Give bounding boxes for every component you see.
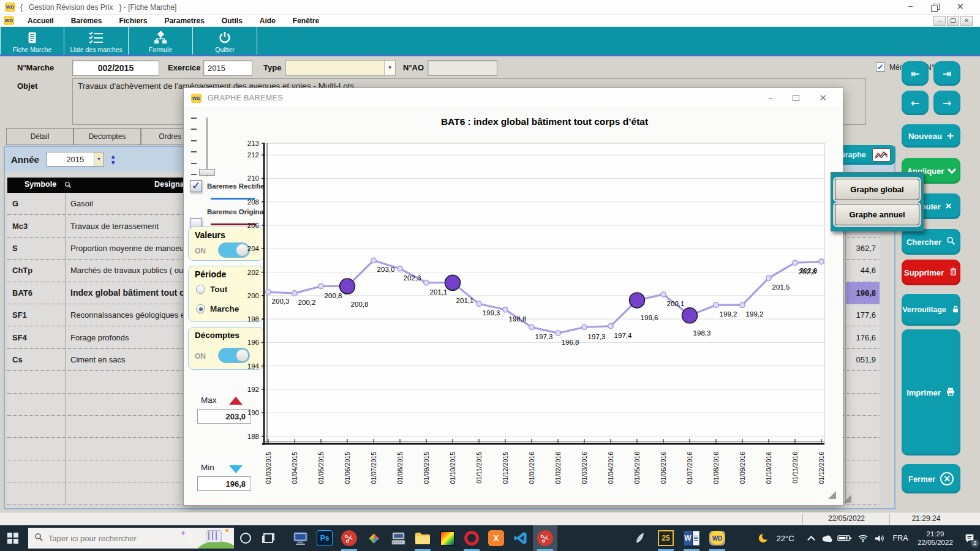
svg-text:197,3: 197,3: [535, 333, 553, 340]
annee-dropdown[interactable]: 2015 ▼: [47, 152, 104, 167]
tray-expand-icon[interactable]: [804, 525, 818, 551]
type-dropdown-arrow-icon[interactable]: ▼: [384, 61, 395, 75]
fermer-button[interactable]: Fermer✕: [902, 464, 960, 493]
menu-parametres[interactable]: Parametres: [156, 15, 213, 27]
menu-item-graphe-annuel[interactable]: Graphe annuel: [835, 204, 919, 225]
previous-record-button[interactable]: ←: [902, 91, 929, 115]
menubar: AccueilBarèmesFichiersParametresOutilsAi…: [0, 15, 980, 27]
cortana-icon[interactable]: [240, 533, 251, 544]
type-dropdown[interactable]: ▼: [285, 60, 396, 76]
n-marche-field[interactable]: 002/2015: [72, 60, 159, 76]
snipping-tool-active-icon[interactable]: [533, 525, 557, 551]
table-resize-grip[interactable]: [843, 495, 851, 503]
tab-decomptes[interactable]: Decomptes: [74, 128, 141, 145]
file-explorer-icon[interactable]: [410, 525, 435, 551]
exercice-field[interactable]: 2015: [203, 60, 252, 76]
symbole-header[interactable]: Symbole: [24, 180, 56, 189]
mdi-close-button[interactable]: ✕: [960, 16, 973, 26]
toolbar-quitter-button[interactable]: Quitter: [193, 27, 257, 54]
snipping-tool-icon[interactable]: [337, 525, 361, 551]
clock-time: 21:29: [927, 530, 944, 538]
cell-value: [845, 438, 880, 459]
toolbar-liste-des-marches-button[interactable]: Liste des marches: [64, 27, 129, 54]
toolbar-formule-button[interactable]: Formule: [129, 27, 193, 54]
remote-desktop-icon[interactable]: [288, 525, 312, 551]
pen-tool-icon[interactable]: [628, 525, 652, 551]
dialog-resize-grip[interactable]: [828, 491, 836, 499]
vscode-icon[interactable]: [508, 525, 533, 551]
restore-button[interactable]: [931, 4, 938, 13]
memoriser-checkbox[interactable]: ✓: [876, 62, 885, 72]
svg-text:01/03/2016: 01/03/2016: [581, 452, 588, 484]
svg-text:190: 190: [247, 409, 259, 416]
onedrive-cloud-icon[interactable]: [820, 525, 835, 551]
word-icon[interactable]: W: [679, 525, 704, 551]
last-record-button[interactable]: ⇥: [933, 61, 960, 86]
annee-dropdown-arrow-icon[interactable]: ▼: [94, 152, 104, 166]
svg-text:01/03/2015: 01/03/2015: [265, 452, 272, 484]
dev-diamond-icon[interactable]: [361, 525, 386, 551]
minimize-button[interactable]: −: [908, 1, 913, 13]
search-icon[interactable]: [64, 181, 72, 190]
next-record-button[interactable]: →: [933, 91, 960, 115]
supprimer-button[interactable]: Supprimer: [902, 260, 960, 285]
cell-value: [845, 416, 880, 437]
svg-text:01/07/2016: 01/07/2016: [686, 452, 693, 484]
notification-icon[interactable]: 2: [960, 525, 979, 551]
menu-outils[interactable]: Outils: [213, 15, 251, 27]
taskbar-search[interactable]: ✦: [28, 528, 234, 549]
cell-value: [845, 460, 880, 482]
first-record-button[interactable]: ⇤: [902, 61, 929, 86]
windev-icon[interactable]: WD: [705, 525, 729, 551]
menu-fichiers[interactable]: Fichiers: [110, 15, 156, 27]
svg-text:202,3: 202,3: [404, 274, 421, 282]
document-icon: [26, 30, 39, 46]
cell-symbole: SF4: [7, 326, 66, 348]
menu-aide[interactable]: Aide: [251, 15, 284, 27]
imprimer-button[interactable]: Imprimer: [902, 329, 960, 455]
clock-date: 22/05/2022: [918, 538, 953, 547]
toolbar-fiche-marche-button[interactable]: Fiche Marche: [0, 27, 64, 54]
wifi-icon[interactable]: [855, 525, 871, 551]
menu-accueil[interactable]: Accueil: [19, 15, 62, 27]
screenpresso-icon[interactable]: 25: [654, 525, 678, 551]
weather-moon-icon[interactable]: [755, 525, 772, 551]
volume-icon[interactable]: [871, 525, 888, 551]
cell-symbole: G: [7, 193, 66, 214]
chevron-down-icon: [948, 165, 956, 174]
tab-detail[interactable]: Détail: [6, 128, 74, 145]
battery-icon[interactable]: [835, 525, 854, 551]
clock[interactable]: 21:29 22/05/2022: [913, 525, 958, 551]
system-config-icon[interactable]: [386, 525, 410, 551]
start-button[interactable]: [7, 533, 20, 544]
annee-spinner[interactable]: ▲ ▼: [110, 154, 116, 165]
mdi-restore-button[interactable]: [947, 16, 959, 26]
svg-text:198,8: 198,8: [509, 315, 527, 323]
photoshop-icon[interactable]: Ps: [312, 525, 337, 551]
status-date: 22/05/2022: [810, 514, 883, 523]
opera-icon[interactable]: [459, 525, 484, 551]
mdi-minimize-button[interactable]: –: [933, 16, 946, 26]
nouveau-button[interactable]: Nouveau+: [902, 124, 960, 148]
chercher-button[interactable]: Chercher: [902, 229, 960, 255]
language-indicator[interactable]: FRA: [889, 525, 911, 551]
menu-baremes[interactable]: Barèmes: [62, 15, 111, 27]
menu-fenetre[interactable]: Fenêtre: [284, 15, 328, 27]
n-ao-field[interactable]: [428, 60, 497, 76]
xampp-icon[interactable]: X: [484, 525, 508, 551]
verrouillage-button[interactable]: Verrouillage: [902, 294, 960, 326]
task-view-icon[interactable]: [263, 533, 273, 543]
close-button[interactable]: ✕: [956, 1, 964, 13]
search-input[interactable]: [48, 534, 171, 543]
slider-tick: [191, 129, 197, 130]
cell-symbole: SF1: [7, 304, 66, 326]
cell-value: 177,6: [845, 304, 880, 326]
svg-text:01/05/2016: 01/05/2016: [633, 452, 641, 484]
cell-symbole: Mc3: [7, 215, 66, 236]
svg-text:197,4: 197,4: [614, 332, 632, 339]
temperature-text[interactable]: 22°C: [772, 525, 799, 551]
menu-item-graphe-global[interactable]: Graphe global: [835, 179, 919, 200]
next-record-button-icon: →: [943, 97, 951, 109]
media-viewer-icon[interactable]: [435, 525, 459, 551]
svg-text:213: 213: [247, 140, 259, 147]
